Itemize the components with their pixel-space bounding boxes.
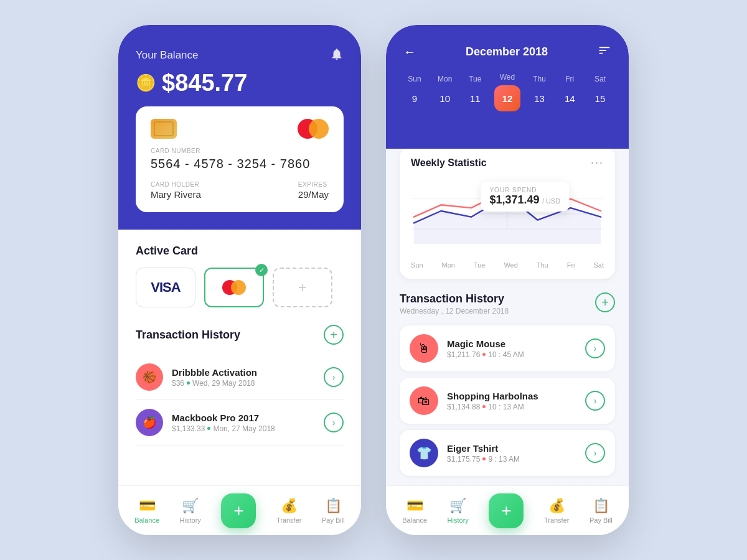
mc-circle-orange (309, 119, 329, 139)
active-card-section: Active Card VISA ✓ + (136, 245, 344, 307)
visa-logo: VISA (151, 279, 180, 296)
notification-icon[interactable] (330, 47, 344, 63)
meta-dot-2 (482, 405, 486, 408)
left-phone: Your Balance 🪙 $845.77 CARD NUMBER 5564 … (118, 25, 361, 535)
weekly-card-header: Weekly Statistic ··· (411, 156, 604, 169)
card-expires-value: 29/May (298, 189, 329, 200)
eiger-amount: $1,175.75 (447, 455, 480, 464)
magic-mouse-time: 10 : 45 AM (488, 350, 524, 359)
right-phone: ← December 2018 Sun 9 Mon 10 Tue 11 Wed … (386, 25, 629, 535)
cal-day-sun[interactable]: Sun 9 (403, 75, 426, 110)
right-bottom-navigation: 💳 Balance 🛒 History + 💰 Transfer 📋 Pay B… (386, 485, 629, 535)
right-nav-pay-bill[interactable]: 📋 Pay Bill (590, 498, 613, 524)
right-history-nav-label: History (448, 516, 469, 524)
dribbble-meta: $36 Wed, 29 May 2018 (172, 379, 315, 388)
credit-card-widget: CARD NUMBER 5564 - 4578 - 3254 - 7860 CA… (136, 106, 344, 212)
spend-label: YOUR SPEND (489, 187, 560, 194)
wallet-icon: 🪙 (136, 73, 156, 93)
chart-labels: Sun Mon Tue Wed Thu Fri Sat (411, 261, 604, 269)
chart-label-wed: Wed (504, 261, 517, 269)
dribbble-icon: 🏀 (136, 363, 163, 391)
chip-icon (151, 119, 177, 139)
eiger-arrow[interactable]: › (585, 443, 605, 463)
filter-icon[interactable] (598, 44, 611, 60)
card-expires-section: EXPIRES 29/May (298, 181, 329, 200)
add-card-thumb[interactable]: + (273, 268, 332, 307)
macbook-arrow[interactable]: › (324, 413, 344, 432)
shopping-arrow[interactable]: › (585, 391, 605, 411)
balance-amount: 🪙 $845.77 (136, 70, 344, 96)
spend-tooltip: YOUR SPEND $1,371.49 / USD (481, 182, 569, 212)
card-holder-value: Mary Rivera (151, 189, 201, 200)
right-header-row: ← December 2018 (403, 44, 611, 60)
cal-day-fri[interactable]: Fri 14 (558, 75, 581, 110)
right-phone-body: Weekly Statistic ··· YOUR SPEND $1,371.4… (386, 134, 629, 485)
cal-day-mon[interactable]: Mon 10 (434, 75, 456, 110)
nav-history[interactable]: 🛒 History (180, 498, 201, 524)
transaction-history-header: Transaction History + (136, 325, 344, 345)
eiger-icon: 👕 (410, 439, 438, 467)
shopping-amount: $1,134.88 (447, 403, 480, 411)
add-right-transaction-button[interactable]: + (595, 292, 615, 312)
cal-day-wed[interactable]: Wed 12 (494, 73, 520, 111)
nav-transfer[interactable]: 💰 Transfer (276, 498, 302, 524)
cal-day-thu[interactable]: Thu 13 (529, 75, 551, 110)
shopping-meta: $1,134.88 10 : 13 AM (447, 403, 576, 411)
transaction-history-section: Transaction History + 🏀 Dribbble Activat… (136, 325, 344, 446)
phone-header: Your Balance 🪙 $845.77 CARD NUMBER 5564 … (118, 25, 361, 230)
transaction-item-macbook: 🍎 Mackbook Pro 2017 $1,133.33 Mon, 27 Ma… (136, 400, 344, 446)
history-nav-icon: 🛒 (182, 498, 199, 514)
right-tx-header: Transaction History Wednesday , 12 Decem… (400, 292, 615, 315)
balance-label: Your Balance (136, 49, 199, 62)
card-top-row (151, 119, 329, 139)
calendar-row: Sun 9 Mon 10 Tue 11 Wed 12 Thu 13 Fri 14 (403, 73, 611, 111)
macbook-meta: $1,133.33 Mon, 27 May 2018 (172, 424, 315, 433)
right-nav-center-add-button[interactable]: + (489, 493, 524, 528)
transaction-history-title: Transaction History (136, 329, 240, 342)
mastercard-thumb[interactable]: ✓ (204, 268, 264, 307)
nav-balance[interactable]: 💳 Balance (134, 498, 159, 524)
tx-card-magic-mouse: 🖱 Magic Mouse $1,211.76 10 : 45 AM › (400, 325, 615, 371)
chart-label-mon: Mon (442, 261, 455, 269)
visa-card-thumb[interactable]: VISA (136, 268, 195, 307)
dot-separator-2 (207, 427, 210, 430)
meta-dot-1 (482, 353, 486, 356)
card-number: 5564 - 4578 - 3254 - 7860 (151, 157, 329, 171)
dribbble-arrow[interactable]: › (324, 367, 344, 387)
bottom-navigation: 💳 Balance 🛒 History + 💰 Transfer 📋 Pay B… (118, 485, 361, 535)
shopping-name: Shopping Harbolnas (447, 391, 576, 401)
tx-card-eiger: 👕 Eiger Tshirt $1,175.75 9 : 13 AM › (400, 430, 615, 476)
history-nav-label: History (180, 516, 201, 524)
magic-mouse-icon: 🖱 (410, 334, 438, 363)
dribbble-date: Wed, 29 May 2018 (192, 379, 255, 388)
macbook-info: Mackbook Pro 2017 $1,133.33 Mon, 27 May … (172, 413, 315, 433)
pay-bill-nav-icon: 📋 (325, 498, 342, 514)
tx-card-shopping: 🛍 Shopping Harbolnas $1,134.88 10 : 13 A… (400, 378, 615, 424)
right-nav-balance[interactable]: 💳 Balance (402, 498, 427, 524)
shopping-info: Shopping Harbolnas $1,134.88 10 : 13 AM (447, 391, 576, 411)
right-nav-transfer[interactable]: 💰 Transfer (544, 498, 570, 524)
add-transaction-button[interactable]: + (324, 325, 344, 345)
right-balance-nav-label: Balance (402, 516, 427, 524)
card-holder-section: CARD HOLDER Mary Rivera (151, 181, 201, 200)
eiger-meta: $1,175.75 9 : 13 AM (447, 455, 576, 464)
nav-pay-bill[interactable]: 📋 Pay Bill (322, 498, 345, 524)
mastercard-logo (298, 119, 329, 139)
cal-day-sat[interactable]: Sat 15 (589, 75, 611, 110)
magic-mouse-arrow[interactable]: › (585, 338, 605, 358)
magic-mouse-meta: $1,211.76 10 : 45 AM (447, 350, 576, 359)
back-button[interactable]: ← (403, 45, 416, 59)
balance-nav-label: Balance (134, 516, 159, 524)
right-nav-history[interactable]: 🛒 History (448, 498, 469, 524)
right-transfer-nav-label: Transfer (544, 516, 570, 524)
transfer-nav-icon: 💰 (281, 498, 298, 514)
nav-center-add-button[interactable]: + (221, 493, 256, 528)
right-phone-header: ← December 2018 Sun 9 Mon 10 Tue 11 Wed … (386, 25, 629, 149)
transfer-nav-label: Transfer (276, 516, 302, 524)
cal-day-tue[interactable]: Tue 11 (464, 75, 486, 110)
macbook-icon: 🍎 (136, 409, 163, 436)
dots-menu[interactable]: ··· (591, 156, 604, 169)
shopping-icon: 🛍 (410, 386, 438, 415)
eiger-time: 9 : 13 AM (488, 455, 520, 464)
eiger-name: Eiger Tshirt (447, 443, 576, 454)
